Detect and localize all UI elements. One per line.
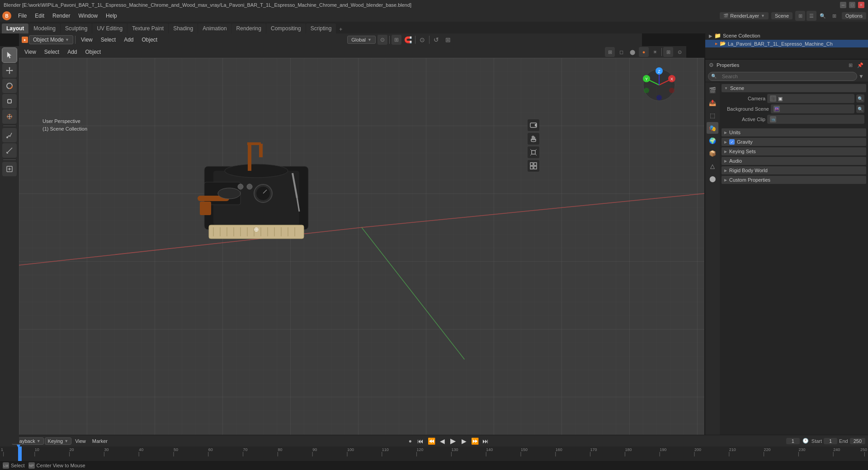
prop-tab-render[interactable]: 🎬 [707, 84, 718, 96]
frame-dot-btn[interactable]: ● [406, 437, 414, 445]
proportional-icon[interactable]: ⊙ [417, 35, 427, 45]
properties-pin[interactable]: 📌 [856, 61, 864, 69]
snap-icon[interactable]: 🧲 [403, 35, 413, 45]
pivot-dropdown[interactable]: ⊙ [377, 35, 387, 45]
properties-search-options[interactable]: ▼ [857, 72, 865, 80]
current-frame-display[interactable]: 1 [786, 438, 800, 444]
tool-move[interactable] [2, 63, 17, 78]
prop-tab-output[interactable]: 📤 [707, 97, 718, 108]
tab-rendering[interactable]: Rendering [232, 24, 266, 33]
tab-modeling[interactable]: Modeling [29, 24, 60, 33]
camera-persp-icon[interactable] [528, 146, 539, 158]
close-button[interactable]: ✕ [858, 2, 864, 8]
view-timeline-btn[interactable]: View [72, 438, 89, 444]
nav-gizmo[interactable]: X Y Z [641, 67, 677, 103]
global-dropdown[interactable]: Global ▼ [347, 36, 376, 44]
gravity-header[interactable]: ▶ ✓ Gravity [722, 138, 866, 146]
prev-keyframe-btn[interactable]: ◀ [438, 437, 447, 446]
header-icon-2[interactable]: ☰ [807, 11, 816, 21]
gravity-checkbox[interactable]: ✓ [729, 139, 735, 145]
camera-view-icon[interactable] [528, 119, 539, 131]
object-menu[interactable]: Object [138, 36, 161, 44]
tool-rotate[interactable] [2, 79, 17, 93]
snap-toggle[interactable]: ⊞ [392, 35, 401, 45]
view-menu[interactable]: View [77, 36, 96, 44]
keying-sets-header[interactable]: ▶ Keying Sets [722, 147, 866, 155]
filter-icon[interactable]: ⊞ [829, 11, 839, 21]
tab-compositing[interactable]: Compositing [266, 24, 306, 33]
tab-shading[interactable]: Shading [169, 24, 198, 33]
next-keyframe-btn[interactable]: ▶ [459, 437, 468, 446]
background-scene-btn[interactable]: 🔍 [856, 105, 864, 113]
options-button[interactable]: Options [842, 12, 866, 19]
viewport-shading-material[interactable]: ● [639, 47, 649, 57]
tool-measure[interactable] [2, 143, 17, 158]
tab-uv-editing[interactable]: UV Editing [92, 24, 127, 33]
marker-btn[interactable]: Marker [90, 438, 110, 444]
tab-layout[interactable]: Layout [2, 24, 28, 33]
audio-header[interactable]: ▶ Audio [722, 157, 866, 165]
timeline-track[interactable]: 1 10 20 30 40 50 60 70 80 90 100 110 120… [0, 446, 868, 461]
viewport-shading-wire[interactable]: ◻ [616, 47, 626, 57]
mesh-collection-item[interactable]: ▸ 📂 La_Pavoni_BAR_T_1L_Espresso_Machine_… [705, 40, 868, 47]
grid-view-icon[interactable] [528, 160, 539, 172]
search-icon[interactable]: 🔍 [818, 11, 828, 21]
object-mode-dropdown[interactable]: Object Mode ▼ [29, 35, 73, 44]
viewport-add-menu[interactable]: Add [64, 48, 80, 56]
playhead[interactable] [18, 446, 22, 461]
tool-cursor[interactable] [2, 48, 17, 62]
header-icon-1[interactable]: ⊞ [795, 11, 805, 21]
tab-sculpting[interactable]: Sculpting [61, 24, 92, 33]
viewport-shading-solid[interactable]: ⬤ [627, 47, 637, 57]
tab-texture-paint[interactable]: Texture Paint [127, 24, 168, 33]
viewport-object-menu[interactable]: Object [82, 48, 105, 56]
camera-select-btn[interactable]: 🔍 [856, 94, 864, 103]
prev-frame-btn[interactable]: ⏪ [427, 437, 436, 446]
tool-scale[interactable] [2, 94, 17, 108]
menu-render[interactable]: Render [49, 12, 74, 20]
viewport-select-menu[interactable]: Select [41, 48, 63, 56]
prop-tab-view-layer[interactable]: ⬚ [707, 109, 718, 121]
add-workspace-button[interactable]: + [336, 25, 345, 33]
play-btn[interactable]: ▶ [448, 437, 458, 446]
active-clip-value[interactable]: 📹 [767, 115, 864, 124]
menu-help[interactable]: Help [102, 12, 121, 20]
overlay-icon[interactable]: ⊞ [443, 35, 453, 45]
jump-start-btn[interactable]: ⏮ [416, 437, 425, 446]
select-menu[interactable]: Select [97, 36, 119, 44]
viewport-object-types[interactable]: ⊞ [605, 47, 615, 57]
viewport-gizmo-btn[interactable]: ⊙ [675, 47, 684, 57]
prop-tab-scene[interactable]: 🎭 [707, 122, 718, 134]
prop-tab-mesh[interactable]: △ [707, 160, 718, 172]
camera-value[interactable]: 🎥 ▣ [767, 94, 854, 103]
prop-tab-object[interactable]: 📦 [707, 147, 718, 159]
viewport-overlay-btn[interactable]: ⊞ [663, 47, 673, 57]
units-header[interactable]: ▶ Units [722, 128, 866, 136]
tool-annotate[interactable] [2, 128, 17, 142]
maximize-button[interactable]: □ [849, 2, 855, 8]
properties-search-input[interactable] [718, 73, 854, 80]
show-gizmo[interactable]: ↺ [431, 35, 441, 45]
tool-transform[interactable] [2, 109, 17, 124]
rigid-body-header[interactable]: ▶ Rigid Body World [722, 166, 866, 174]
properties-filter[interactable]: ⊞ [846, 61, 854, 69]
timeline-clock-icon[interactable]: 🕐 [802, 437, 810, 445]
render-engine-dropdown[interactable]: 🎬 RenderLayer ▼ [720, 12, 769, 19]
tab-scripting[interactable]: Scripting [306, 24, 336, 33]
viewport-view-menu[interactable]: View [21, 48, 40, 56]
background-scene-value[interactable]: 🌆 [771, 104, 854, 113]
keying-dropdown[interactable]: Keying ▼ [45, 437, 72, 445]
tab-animation[interactable]: Animation [198, 24, 231, 33]
jump-end-btn[interactable]: ⏭ [481, 437, 490, 446]
hand-icon[interactable] [528, 133, 539, 145]
add-menu[interactable]: Add [120, 36, 137, 44]
viewport-shading-rendered[interactable]: ☀ [650, 47, 660, 57]
prop-tab-world[interactable]: 🌍 [707, 135, 718, 146]
end-frame-display[interactable]: 250 [850, 438, 865, 444]
menu-file[interactable]: File [14, 12, 30, 20]
custom-props-header[interactable]: ▶ Custom Properties [722, 176, 866, 184]
minimize-button[interactable]: ─ [840, 2, 846, 8]
tool-add[interactable] [2, 162, 17, 176]
next-frame-btn[interactable]: ⏩ [470, 437, 479, 446]
menu-window[interactable]: Window [75, 12, 101, 20]
